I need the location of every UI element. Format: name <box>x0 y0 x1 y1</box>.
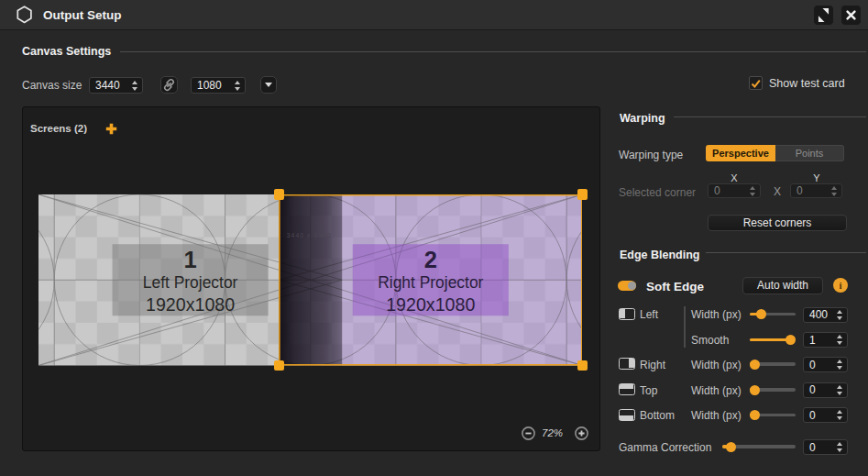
svg-text:1: 1 <box>183 247 196 272</box>
svg-text:Left Projector: Left Projector <box>143 273 238 292</box>
svg-text:1920x1080: 1920x1080 <box>146 294 235 315</box>
svg-text:Right Projector: Right Projector <box>378 273 483 292</box>
svg-text:2: 2 <box>424 247 437 272</box>
svg-text:3440 x 1080: 3440 x 1080 <box>287 232 332 238</box>
svg-text:1920x1080: 1920x1080 <box>386 294 475 315</box>
